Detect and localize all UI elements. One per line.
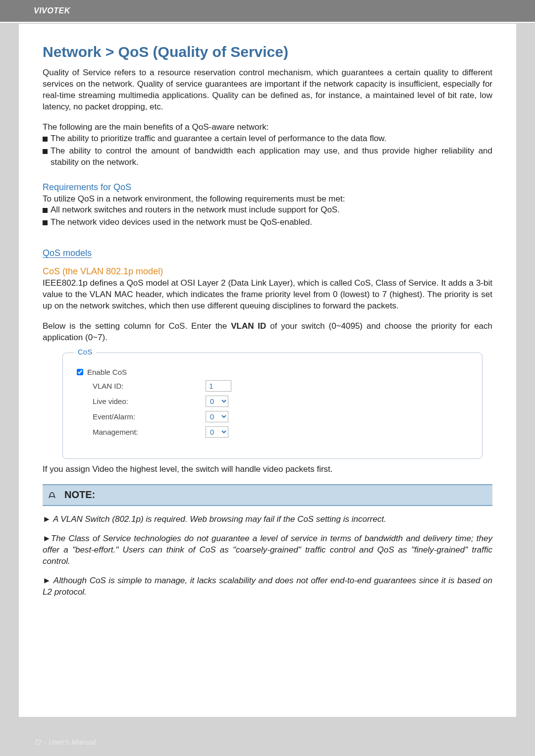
intro-paragraph: Quality of Service refers to a resource … <box>43 67 492 113</box>
requirements-intro: To utilize QoS in a network environment,… <box>43 194 492 205</box>
vlan-id-input[interactable] <box>206 380 231 392</box>
after-panel-text: If you assign Video the highest level, t… <box>43 464 492 475</box>
note-item: ► A VLAN Switch (802.1p) is required. We… <box>43 514 492 525</box>
requirement-text: The network video devices used in the ne… <box>51 217 312 228</box>
square-bullet-icon <box>43 137 48 142</box>
cos-legend: CoS <box>74 348 96 356</box>
note-title: NOTE: <box>64 489 95 501</box>
live-video-select[interactable]: 0 <box>206 396 228 407</box>
cos-paragraph: IEEE802.1p defines a QoS model at OSI La… <box>43 278 492 312</box>
arrow-icon: ► <box>43 576 51 585</box>
cos-settings-panel: CoS Enable CoS VLAN ID: Live video: 0 Ev… <box>62 353 482 459</box>
note-bar: NOTE: <box>43 484 492 506</box>
pencil-icon <box>48 488 59 502</box>
square-bullet-icon <box>43 208 48 213</box>
arrow-icon: ► <box>43 534 51 543</box>
event-alarm-select[interactable]: 0 <box>206 411 228 422</box>
qos-models-heading: QoS models <box>43 248 492 258</box>
header-underline <box>0 22 535 23</box>
page-title: Network > QoS (Quality of Service) <box>43 44 492 60</box>
management-label: Management: <box>77 428 206 436</box>
enable-cos-row: Enable CoS <box>77 368 468 376</box>
header-bar: VIVOTEK <box>0 0 535 22</box>
note-text: Although CoS is simple to manage, it lac… <box>43 576 492 597</box>
vlan-id-row: VLAN ID: <box>77 380 468 392</box>
requirements-heading: Requirements for QoS <box>43 182 492 193</box>
management-row: Management: 0 <box>77 426 468 438</box>
requirement-text: All network switches and routers in the … <box>51 204 340 216</box>
note-text: The Class of Service technologies do not… <box>43 534 492 566</box>
arrow-icon: ► <box>43 514 51 524</box>
square-bullet-icon <box>43 149 48 154</box>
benefit-text: The ability to control the amount of ban… <box>51 146 492 168</box>
event-alarm-label: Event/Alarm: <box>77 412 206 421</box>
live-video-label: Live video: <box>77 397 206 405</box>
live-video-row: Live video: 0 <box>77 396 468 407</box>
square-bullet-icon <box>43 220 48 225</box>
page-content: Network > QoS (Quality of Service) Quali… <box>19 24 516 717</box>
event-alarm-row: Event/Alarm: 0 <box>77 411 468 422</box>
cos-heading: CoS (the VLAN 802.1p model) <box>43 266 492 277</box>
benefit-item: The ability to prioritize traffic and gu… <box>43 133 492 145</box>
benefit-text: The ability to prioritize traffic and gu… <box>51 133 386 145</box>
vlan-id-label: VLAN ID: <box>77 382 206 390</box>
management-select[interactable]: 0 <box>206 426 228 438</box>
brand-label: VIVOTEK <box>34 6 70 15</box>
cos-setting-pre: Below is the setting column for CoS. Ent… <box>43 321 231 331</box>
note-item: ► Although CoS is simple to manage, it l… <box>43 575 492 598</box>
note-text: A VLAN Switch (802.1p) is required. Web … <box>53 514 386 524</box>
note-item: ►The Class of Service technologies do no… <box>43 533 492 567</box>
enable-cos-checkbox[interactable] <box>77 369 83 375</box>
enable-cos-label: Enable CoS <box>87 368 127 376</box>
requirement-item: All network switches and routers in the … <box>43 204 492 216</box>
cos-setting-paragraph: Below is the setting column for CoS. Ent… <box>43 321 492 344</box>
page-footer: 72 - User's Manual <box>34 738 96 746</box>
requirement-item: The network video devices used in the ne… <box>43 217 492 228</box>
benefit-item: The ability to control the amount of ban… <box>43 146 492 168</box>
cos-setting-bold: VLAN ID <box>231 321 266 331</box>
benefits-intro: The following are the main benefits of a… <box>43 122 492 133</box>
